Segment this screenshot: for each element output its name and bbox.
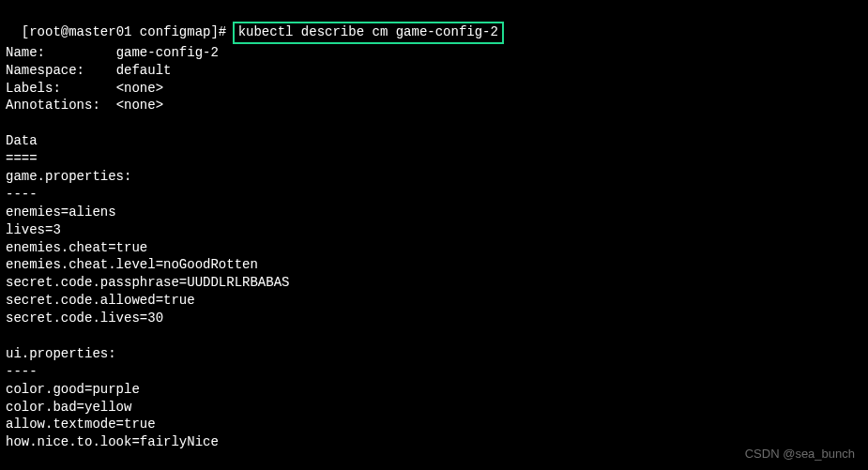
- meta-labels: Labels: <none>: [6, 80, 862, 98]
- command-highlight-box: kubectl describe cm game-config-2: [233, 22, 504, 44]
- section-title-0: game.properties:: [6, 168, 862, 186]
- meta-labels-label: Labels:: [6, 81, 61, 96]
- shell-prompt-line[interactable]: [root@master01 configmap]# kubectl descr…: [6, 4, 862, 44]
- data-separator: ====: [6, 150, 862, 168]
- section-line: enemies.cheat.level=noGoodRotten: [6, 256, 862, 274]
- meta-namespace-value: default: [116, 63, 172, 78]
- section-line: enemies=aliens: [6, 204, 862, 221]
- meta-name-label: Name:: [6, 45, 45, 60]
- blank-line: [6, 327, 862, 345]
- watermark: CSDN @sea_bunch: [745, 446, 855, 462]
- meta-namespace-label: Namespace:: [6, 63, 84, 78]
- meta-labels-value: <none>: [116, 81, 163, 96]
- shell-command: kubectl describe cm game-config-2: [238, 24, 498, 39]
- meta-annotations-value: <none>: [116, 98, 163, 113]
- section-line: secret.code.lives=30: [6, 310, 862, 327]
- section-line: secret.code.passphrase=UUDDLRLRBABAS: [6, 274, 862, 292]
- section-line: how.nice.to.look=fairlyNice: [6, 433, 862, 451]
- meta-annotations: Annotations: <none>: [6, 97, 862, 114]
- section-line: allow.textmode=true: [6, 416, 862, 433]
- meta-annotations-label: Annotations:: [6, 98, 100, 113]
- shell-prompt-prefix: [root@master01 configmap]#: [22, 24, 235, 39]
- meta-name-value: game-config-2: [116, 45, 219, 60]
- meta-namespace: Namespace: default: [6, 62, 862, 80]
- blank-line: [6, 451, 862, 469]
- section-sep-1: ----: [6, 363, 862, 381]
- section-line: enemies.cheat=true: [6, 239, 862, 257]
- section-line: lives=3: [6, 221, 862, 239]
- meta-name: Name: game-config-2: [6, 44, 862, 62]
- section-sep-0: ----: [6, 186, 862, 204]
- section-line: secret.code.allowed=true: [6, 292, 862, 310]
- data-header: Data: [6, 132, 862, 150]
- section-line: color.bad=yellow: [6, 399, 862, 417]
- blank-line: [6, 114, 862, 132]
- section-title-1: ui.properties:: [6, 345, 862, 363]
- section-line: color.good=purple: [6, 381, 862, 399]
